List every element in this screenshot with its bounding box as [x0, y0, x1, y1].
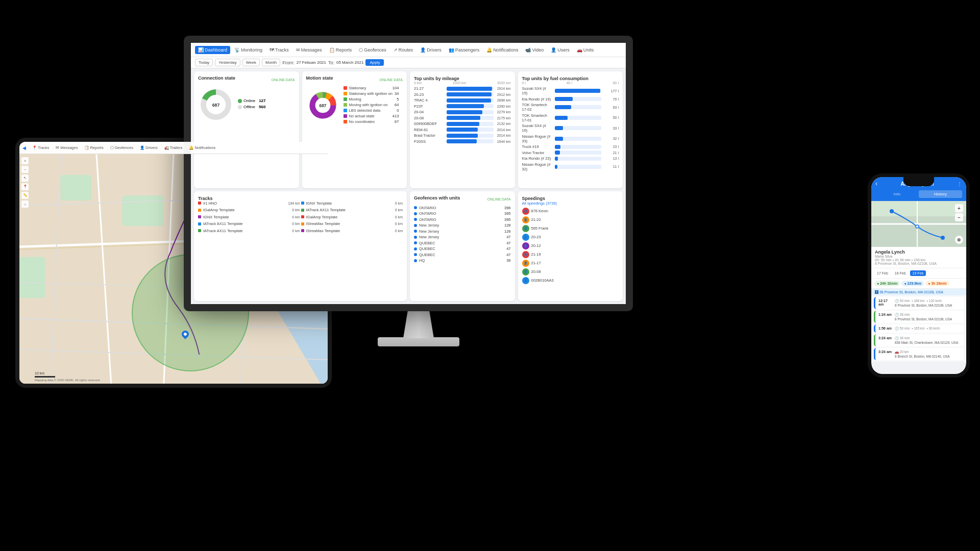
motion-stationary: Stationary 104: [344, 86, 399, 90]
tablet-nav-drivers[interactable]: 👤 Drivers: [137, 144, 160, 151]
map-copyright: Mapping data © 2020 HERE. All rights res…: [35, 379, 101, 382]
tablet-nav-notifications[interactable]: 🔔 Notifications: [186, 144, 218, 151]
phone-zoom-in[interactable]: +: [955, 204, 963, 212]
trip-details: 🕐 50 min• 166 km• 120 kmh 8 Province St,…: [895, 299, 961, 307]
track-list-item: IStreaMax Template 0 km: [301, 221, 403, 226]
phone-date-18[interactable]: 18 Feb: [892, 270, 909, 276]
motion-pie-svg: 687: [306, 89, 339, 122]
trip-item-5: 3:24 am 🚗 20 km 8 Branch St, Boston, MA …: [874, 348, 964, 360]
nav-monitoring[interactable]: 📡 Monitoring: [231, 46, 265, 54]
geofences-icon: ⬡: [359, 47, 363, 53]
motion-no-state: No actual state 413: [344, 114, 399, 118]
week-btn[interactable]: Week: [242, 59, 260, 66]
today-btn[interactable]: Today: [195, 59, 213, 66]
yesterday-btn[interactable]: Yesterday: [215, 59, 240, 66]
phone-back-btn[interactable]: ‹: [875, 180, 877, 187]
trip-addr: 838 Main St, Charlestown, MA 02129, USA: [895, 341, 961, 344]
tablet-nav-messages[interactable]: ✉ Messages: [53, 144, 80, 151]
connection-online-badge: ONLINE DATA: [272, 78, 295, 82]
nav-users[interactable]: 👤 Users: [548, 46, 573, 54]
tablet-nav-reports[interactable]: 📋 Reports: [82, 144, 106, 151]
speed-list-item: 👤 20-08: [522, 268, 619, 276]
trip-stats: 🚗 20 km: [895, 350, 961, 354]
phone-zoom-out[interactable]: −: [955, 213, 963, 221]
speed-list-item: 👤 20-23: [522, 234, 619, 241]
svg-rect-22: [871, 216, 966, 247]
tablet-tracks-icon: 📍: [32, 145, 37, 150]
toolbar-pin[interactable]: 📍: [21, 183, 29, 190]
toolbar-zoom-out[interactable]: −: [21, 166, 29, 173]
phone-tab-info[interactable]: Info: [875, 190, 919, 198]
nav-units[interactable]: 🚗 Units: [574, 46, 597, 54]
geo-list-item: QUEBEC 47: [414, 241, 511, 245]
phone-map-svg: [871, 201, 966, 247]
back-icon: ◀: [22, 145, 26, 151]
connection-card: Connection state ONLINE DATA 687: [194, 71, 299, 188]
fuel-bar-row: Kia Rondo (# 23) 13 l: [522, 156, 619, 161]
trip-stats: 🕐 36 min: [895, 336, 961, 340]
stat-drive-time: ● 24h 32min: [874, 281, 900, 286]
svg-text:687: 687: [212, 103, 220, 108]
pedestal-base: [378, 337, 459, 346]
toolbar-zoom-in[interactable]: +: [21, 157, 29, 164]
routes-icon: ↗: [394, 47, 398, 53]
toolbar-circle[interactable]: ○: [21, 201, 29, 208]
fuel-scale: 0 l 40 l 80 l: [522, 81, 619, 85]
tablet-nav-trailers[interactable]: 🚛 Trailers: [162, 144, 185, 151]
track-list-item: IGNX Template 0 km: [301, 201, 403, 206]
speed-list-item: 👤 21-19: [522, 251, 619, 258]
mileage-scale: 0 km 1000 km 3000 km: [414, 81, 511, 85]
phone-date-picker: 17 Feb 18 Feb 19 Feb: [871, 268, 966, 279]
month-btn[interactable]: Month: [262, 59, 280, 66]
track-list-item: IGNX Template 0 km: [198, 215, 300, 219]
apply-btn[interactable]: Apply: [365, 59, 384, 66]
speed-list-item: 👤 21-22: [522, 216, 619, 223]
geofences-title: Geofences with units: [414, 195, 460, 201]
track-list-item: IGalAmp Template 0 km: [301, 215, 403, 219]
tablet-nav-tracks[interactable]: 📍 Tracks: [30, 144, 52, 151]
nav-messages[interactable]: ✉ Messages: [293, 46, 325, 54]
nav-geofences[interactable]: ⬡ Geofences: [356, 46, 389, 54]
tablet-back-btn[interactable]: ◀: [22, 145, 26, 151]
fuel-bar-row: Kia Rondo (# 19) 70 l: [522, 97, 619, 102]
monitor-frame: 📊 Dashboard 📡 Monitoring 🗺 Tracks ✉ Mess…: [184, 36, 633, 311]
messages-icon: ✉: [296, 47, 300, 53]
nav-tracks[interactable]: 🗺 Tracks: [266, 46, 292, 54]
geo-list-item: New Jersey 47: [414, 235, 511, 239]
speedings-all-label[interactable]: All speedings (3739): [522, 201, 619, 206]
trip-addr: 8 Province St, Boston, MA 02108, USA: [895, 304, 961, 307]
phone-driver-location: 8 Province St, Boston, MA 02108, USA: [875, 262, 963, 265]
phone-tab-history[interactable]: History: [919, 190, 962, 198]
geofences-badge: ONLINE DATA: [487, 197, 511, 201]
nav-video[interactable]: 📹 Video: [522, 46, 547, 54]
trip-addr: 8 Branch St, Boston, MA 02140, USA: [895, 355, 961, 358]
phone-menu-btn[interactable]: ⋮: [957, 181, 962, 187]
nav-routes[interactable]: ↗ Routes: [390, 46, 416, 54]
nav-passengers[interactable]: 👥 Passengers: [446, 46, 483, 54]
trip-details: 🕐 36 min 8 Province St, Boston, MA 02108…: [895, 313, 961, 321]
svg-point-27: [916, 225, 919, 228]
map-toolbar: + − ↖ 📍 📏 ○: [21, 157, 30, 208]
motion-stationary-ign: Stationary with ignition on 34: [344, 91, 399, 96]
phone-locate-btn[interactable]: ⊕: [955, 236, 963, 244]
nav-drivers[interactable]: 👤 Drivers: [417, 46, 445, 54]
speed-list-item: 👤 21-17: [522, 260, 619, 267]
phone-date-19[interactable]: 19 Feb: [910, 270, 926, 276]
toolbar-ruler[interactable]: 📏: [21, 192, 29, 199]
geo-list-item: New Jersey 128: [414, 229, 511, 234]
fuel-bars: Suzuki SX4 (# 15) 177 l Kia Rondo (# 19)…: [522, 86, 619, 171]
toolbar-cursor[interactable]: ↖: [21, 174, 29, 182]
tablet-messages-icon: ✉: [56, 145, 59, 150]
motion-legend: Stationary 104 Stationary with ignition …: [344, 86, 399, 125]
phone-date-17[interactable]: 17 Feb: [874, 270, 891, 276]
motion-lbs: LBS detected data 0: [344, 108, 399, 113]
tablet-nav-geofences[interactable]: ⬡ Geofences: [108, 144, 136, 151]
reports-icon: 📋: [329, 47, 335, 53]
svg-point-25: [890, 209, 894, 213]
nav-dashboard[interactable]: 📊 Dashboard: [195, 46, 230, 54]
nav-notifications[interactable]: 🔔 Notifications: [483, 46, 521, 54]
nav-reports[interactable]: 📋 Reports: [326, 46, 355, 54]
mileage-bar-row: P20SS 1944 km: [414, 139, 511, 144]
speedings-title: Speedings: [522, 196, 546, 201]
dashboard-app: 📊 Dashboard 📡 Monitoring 🗺 Tracks ✉ Mess…: [191, 43, 626, 304]
